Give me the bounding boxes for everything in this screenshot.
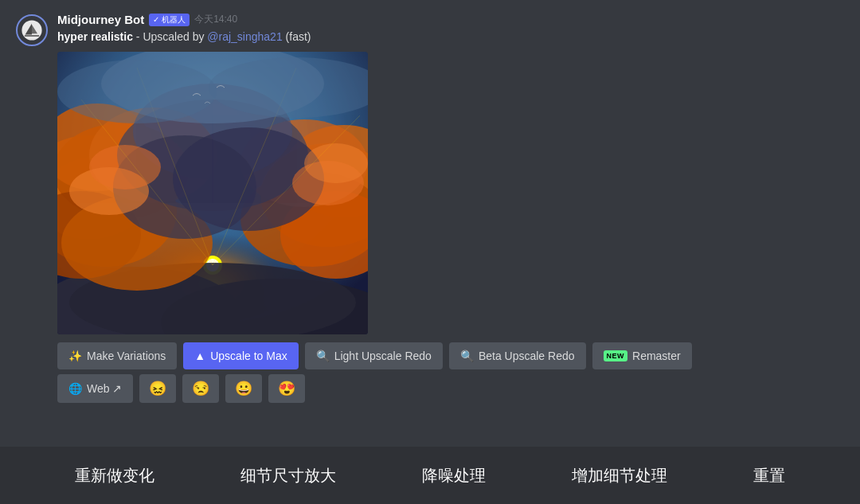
variations-icon: ✨ (68, 350, 82, 362)
emoji-love: 😍 (278, 380, 295, 397)
svg-point-27 (89, 145, 161, 189)
upscale-max-button[interactable]: ▲ Upscale to Max (183, 342, 298, 369)
generated-image (57, 52, 368, 334)
emoji-neutral: 😒 (192, 380, 209, 397)
detail-upscale-button[interactable]: 细节尺寸放大 (225, 459, 352, 493)
beta-upscale-icon: 🔍 (460, 350, 474, 362)
bot-avatar (16, 14, 48, 46)
subtitle-bold: hyper realistic (57, 30, 133, 43)
beta-upscale-redo-button[interactable]: 🔍 Beta Upscale Redo (449, 342, 586, 369)
new-badge: NEW (604, 350, 628, 361)
remaster-label: Remaster (632, 350, 681, 362)
make-variations-label: Make Variations (87, 350, 166, 362)
bottom-bar: 重新做变化 细节尺寸放大 降噪处理 增加细节处理 重置 (0, 447, 860, 504)
light-upscale-redo-button[interactable]: 🔍 Light Upscale Redo (305, 342, 443, 369)
web-icon: 🌐 (68, 382, 82, 395)
emoji-happy: 😀 (235, 380, 252, 397)
upscale-icon: ▲ (194, 350, 205, 362)
message-subtitle: hyper realistic - Upscaled by @raj_singh… (57, 29, 844, 45)
verified-tag: ✓ 机器人 (149, 14, 190, 26)
message-body: Midjourney Bot ✓ 机器人 今天14:40 hyper reali… (57, 13, 844, 439)
emoji-happy-button[interactable]: 😀 (225, 374, 262, 403)
bot-tag-label: 机器人 (162, 14, 186, 25)
svg-point-35 (57, 60, 217, 123)
light-upscale-icon: 🔍 (316, 350, 330, 362)
upscale-max-label: Upscale to Max (210, 350, 287, 362)
emoji-love-button[interactable]: 😍 (268, 374, 305, 403)
emoji-sad: 😖 (149, 380, 166, 397)
subtitle-suffix: (fast) (286, 30, 311, 43)
denoise-button[interactable]: 降噪处理 (406, 459, 502, 493)
remaster-button[interactable]: NEW Remaster (592, 342, 692, 369)
add-detail-button[interactable]: 增加细节处理 (556, 459, 683, 493)
checkmark-icon: ✓ (153, 15, 159, 24)
subtitle-mention: @raj_singha21 (207, 30, 282, 43)
web-button[interactable]: 🌐 Web ↗ (57, 374, 133, 403)
make-variations-button[interactable]: ✨ Make Variations (57, 342, 177, 369)
emoji-sad-button[interactable]: 😖 (139, 374, 176, 403)
message-header: Midjourney Bot ✓ 机器人 今天14:40 (57, 13, 844, 26)
light-upscale-label: Light Upscale Redo (334, 350, 432, 362)
emoji-neutral-button[interactable]: 😒 (182, 374, 219, 403)
subtitle-text: - Upscaled by (136, 30, 207, 43)
action-buttons-row2: 🌐 Web ↗ 😖 😒 😀 😍 (57, 374, 844, 403)
reset-button[interactable]: 重置 (737, 459, 801, 493)
beta-upscale-label: Beta Upscale Redo (479, 350, 575, 362)
web-label: Web ↗ (87, 382, 122, 395)
bot-name: Midjourney Bot (57, 13, 144, 26)
redo-variations-button[interactable]: 重新做变化 (59, 459, 170, 493)
action-buttons-row1: ✨ Make Variations ▲ Upscale to Max 🔍 Lig… (57, 342, 844, 369)
svg-point-29 (304, 143, 368, 183)
timestamp: 今天14:40 (194, 13, 237, 26)
